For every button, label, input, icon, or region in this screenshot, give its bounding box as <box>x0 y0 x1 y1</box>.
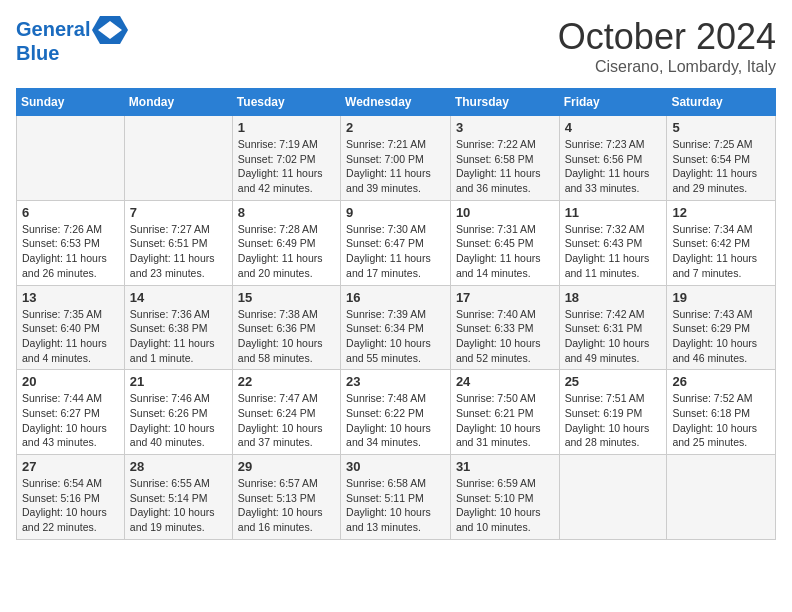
calendar-cell: 11Sunrise: 7:32 AM Sunset: 6:43 PM Dayli… <box>559 200 667 285</box>
day-info: Sunrise: 7:35 AM Sunset: 6:40 PM Dayligh… <box>22 307 119 366</box>
location: Ciserano, Lombardy, Italy <box>558 58 776 76</box>
day-number: 25 <box>565 374 662 389</box>
calendar-week-row: 20Sunrise: 7:44 AM Sunset: 6:27 PM Dayli… <box>17 370 776 455</box>
calendar-cell: 10Sunrise: 7:31 AM Sunset: 6:45 PM Dayli… <box>450 200 559 285</box>
calendar-cell: 30Sunrise: 6:58 AM Sunset: 5:11 PM Dayli… <box>341 455 451 540</box>
weekday-header: Tuesday <box>232 89 340 116</box>
day-number: 21 <box>130 374 227 389</box>
calendar-cell <box>559 455 667 540</box>
day-number: 22 <box>238 374 335 389</box>
day-number: 20 <box>22 374 119 389</box>
day-number: 2 <box>346 120 445 135</box>
calendar-cell <box>667 455 776 540</box>
day-number: 28 <box>130 459 227 474</box>
day-number: 7 <box>130 205 227 220</box>
day-info: Sunrise: 7:28 AM Sunset: 6:49 PM Dayligh… <box>238 222 335 281</box>
day-info: Sunrise: 7:27 AM Sunset: 6:51 PM Dayligh… <box>130 222 227 281</box>
calendar-cell: 7Sunrise: 7:27 AM Sunset: 6:51 PM Daylig… <box>124 200 232 285</box>
calendar-week-row: 6Sunrise: 7:26 AM Sunset: 6:53 PM Daylig… <box>17 200 776 285</box>
weekday-header: Friday <box>559 89 667 116</box>
day-number: 1 <box>238 120 335 135</box>
day-number: 5 <box>672 120 770 135</box>
day-number: 26 <box>672 374 770 389</box>
day-number: 15 <box>238 290 335 305</box>
weekday-header: Thursday <box>450 89 559 116</box>
weekday-row: SundayMondayTuesdayWednesdayThursdayFrid… <box>17 89 776 116</box>
day-info: Sunrise: 7:34 AM Sunset: 6:42 PM Dayligh… <box>672 222 770 281</box>
day-info: Sunrise: 7:38 AM Sunset: 6:36 PM Dayligh… <box>238 307 335 366</box>
calendar-week-row: 13Sunrise: 7:35 AM Sunset: 6:40 PM Dayli… <box>17 285 776 370</box>
calendar-cell: 18Sunrise: 7:42 AM Sunset: 6:31 PM Dayli… <box>559 285 667 370</box>
calendar-week-row: 1Sunrise: 7:19 AM Sunset: 7:02 PM Daylig… <box>17 116 776 201</box>
calendar-cell: 14Sunrise: 7:36 AM Sunset: 6:38 PM Dayli… <box>124 285 232 370</box>
day-number: 16 <box>346 290 445 305</box>
day-number: 23 <box>346 374 445 389</box>
day-info: Sunrise: 7:39 AM Sunset: 6:34 PM Dayligh… <box>346 307 445 366</box>
calendar-cell: 8Sunrise: 7:28 AM Sunset: 6:49 PM Daylig… <box>232 200 340 285</box>
day-info: Sunrise: 6:55 AM Sunset: 5:14 PM Dayligh… <box>130 476 227 535</box>
calendar-cell: 6Sunrise: 7:26 AM Sunset: 6:53 PM Daylig… <box>17 200 125 285</box>
day-info: Sunrise: 7:46 AM Sunset: 6:26 PM Dayligh… <box>130 391 227 450</box>
day-info: Sunrise: 7:26 AM Sunset: 6:53 PM Dayligh… <box>22 222 119 281</box>
calendar-cell: 12Sunrise: 7:34 AM Sunset: 6:42 PM Dayli… <box>667 200 776 285</box>
page-header: General Blue October 2024 Ciserano, Lomb… <box>16 16 776 76</box>
day-number: 8 <box>238 205 335 220</box>
calendar-week-row: 27Sunrise: 6:54 AM Sunset: 5:16 PM Dayli… <box>17 455 776 540</box>
calendar-cell: 22Sunrise: 7:47 AM Sunset: 6:24 PM Dayli… <box>232 370 340 455</box>
day-info: Sunrise: 7:47 AM Sunset: 6:24 PM Dayligh… <box>238 391 335 450</box>
day-info: Sunrise: 7:23 AM Sunset: 6:56 PM Dayligh… <box>565 137 662 196</box>
day-info: Sunrise: 7:40 AM Sunset: 6:33 PM Dayligh… <box>456 307 554 366</box>
day-info: Sunrise: 6:59 AM Sunset: 5:10 PM Dayligh… <box>456 476 554 535</box>
day-info: Sunrise: 7:43 AM Sunset: 6:29 PM Dayligh… <box>672 307 770 366</box>
title-block: October 2024 Ciserano, Lombardy, Italy <box>558 16 776 76</box>
day-number: 9 <box>346 205 445 220</box>
day-info: Sunrise: 7:44 AM Sunset: 6:27 PM Dayligh… <box>22 391 119 450</box>
weekday-header: Sunday <box>17 89 125 116</box>
calendar-cell <box>124 116 232 201</box>
calendar-body: 1Sunrise: 7:19 AM Sunset: 7:02 PM Daylig… <box>17 116 776 540</box>
calendar-cell: 13Sunrise: 7:35 AM Sunset: 6:40 PM Dayli… <box>17 285 125 370</box>
day-info: Sunrise: 7:51 AM Sunset: 6:19 PM Dayligh… <box>565 391 662 450</box>
calendar-cell: 19Sunrise: 7:43 AM Sunset: 6:29 PM Dayli… <box>667 285 776 370</box>
calendar-cell: 5Sunrise: 7:25 AM Sunset: 6:54 PM Daylig… <box>667 116 776 201</box>
day-info: Sunrise: 7:32 AM Sunset: 6:43 PM Dayligh… <box>565 222 662 281</box>
day-info: Sunrise: 7:21 AM Sunset: 7:00 PM Dayligh… <box>346 137 445 196</box>
day-number: 18 <box>565 290 662 305</box>
calendar-cell: 9Sunrise: 7:30 AM Sunset: 6:47 PM Daylig… <box>341 200 451 285</box>
calendar-cell: 26Sunrise: 7:52 AM Sunset: 6:18 PM Dayli… <box>667 370 776 455</box>
day-number: 31 <box>456 459 554 474</box>
day-info: Sunrise: 6:58 AM Sunset: 5:11 PM Dayligh… <box>346 476 445 535</box>
day-info: Sunrise: 6:57 AM Sunset: 5:13 PM Dayligh… <box>238 476 335 535</box>
calendar-header: SundayMondayTuesdayWednesdayThursdayFrid… <box>17 89 776 116</box>
day-info: Sunrise: 7:36 AM Sunset: 6:38 PM Dayligh… <box>130 307 227 366</box>
calendar-cell: 3Sunrise: 7:22 AM Sunset: 6:58 PM Daylig… <box>450 116 559 201</box>
calendar-cell: 21Sunrise: 7:46 AM Sunset: 6:26 PM Dayli… <box>124 370 232 455</box>
calendar-cell: 28Sunrise: 6:55 AM Sunset: 5:14 PM Dayli… <box>124 455 232 540</box>
calendar-cell: 27Sunrise: 6:54 AM Sunset: 5:16 PM Dayli… <box>17 455 125 540</box>
day-number: 17 <box>456 290 554 305</box>
day-number: 30 <box>346 459 445 474</box>
calendar-cell: 1Sunrise: 7:19 AM Sunset: 7:02 PM Daylig… <box>232 116 340 201</box>
weekday-header: Monday <box>124 89 232 116</box>
day-info: Sunrise: 7:22 AM Sunset: 6:58 PM Dayligh… <box>456 137 554 196</box>
day-number: 4 <box>565 120 662 135</box>
weekday-header: Saturday <box>667 89 776 116</box>
calendar-cell <box>17 116 125 201</box>
day-number: 29 <box>238 459 335 474</box>
calendar-cell: 20Sunrise: 7:44 AM Sunset: 6:27 PM Dayli… <box>17 370 125 455</box>
calendar-cell: 17Sunrise: 7:40 AM Sunset: 6:33 PM Dayli… <box>450 285 559 370</box>
calendar-cell: 24Sunrise: 7:50 AM Sunset: 6:21 PM Dayli… <box>450 370 559 455</box>
month-title: October 2024 <box>558 16 776 58</box>
day-number: 11 <box>565 205 662 220</box>
calendar-cell: 31Sunrise: 6:59 AM Sunset: 5:10 PM Dayli… <box>450 455 559 540</box>
day-number: 13 <box>22 290 119 305</box>
day-info: Sunrise: 6:54 AM Sunset: 5:16 PM Dayligh… <box>22 476 119 535</box>
calendar-cell: 25Sunrise: 7:51 AM Sunset: 6:19 PM Dayli… <box>559 370 667 455</box>
day-info: Sunrise: 7:42 AM Sunset: 6:31 PM Dayligh… <box>565 307 662 366</box>
calendar-cell: 4Sunrise: 7:23 AM Sunset: 6:56 PM Daylig… <box>559 116 667 201</box>
day-number: 10 <box>456 205 554 220</box>
calendar-cell: 23Sunrise: 7:48 AM Sunset: 6:22 PM Dayli… <box>341 370 451 455</box>
calendar-table: SundayMondayTuesdayWednesdayThursdayFrid… <box>16 88 776 540</box>
weekday-header: Wednesday <box>341 89 451 116</box>
day-info: Sunrise: 7:48 AM Sunset: 6:22 PM Dayligh… <box>346 391 445 450</box>
